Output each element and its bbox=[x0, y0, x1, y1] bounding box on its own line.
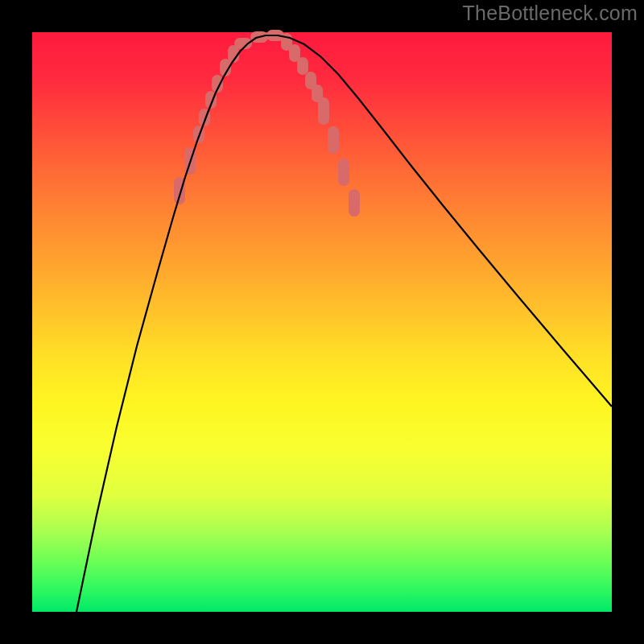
curve-marker bbox=[338, 159, 349, 186]
plot-area bbox=[32, 32, 612, 612]
bottleneck-curve bbox=[76, 35, 612, 612]
marker-layer bbox=[174, 30, 360, 217]
curve-svg bbox=[32, 32, 612, 612]
curve-marker bbox=[297, 57, 308, 75]
curve-marker bbox=[318, 97, 329, 125]
watermark-text: TheBottleneck.com bbox=[463, 2, 638, 25]
curve-marker bbox=[328, 126, 339, 154]
curve-marker bbox=[349, 189, 360, 217]
chart-frame: TheBottleneck.com bbox=[0, 0, 644, 644]
